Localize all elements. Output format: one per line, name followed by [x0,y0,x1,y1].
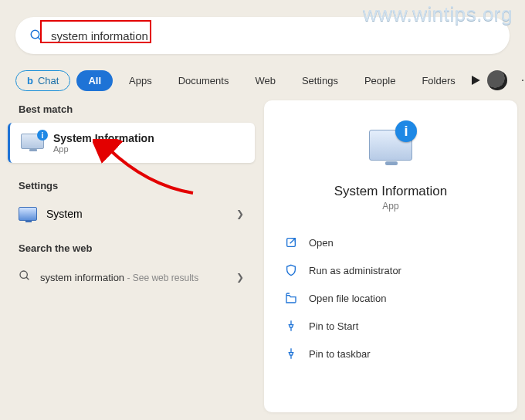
search-icon [29,29,43,42]
chevron-right-icon: ❯ [236,208,244,219]
folder-icon [284,291,298,305]
action-location-label: Open file location [309,293,386,304]
preview-subtitle: App [382,201,398,212]
action-pin-taskbar-label: Pin to taskbar [309,348,371,360]
best-match-header: Best match [8,100,255,123]
best-match-subtitle: App [53,144,154,154]
filters-more-arrow[interactable] [472,76,481,85]
pin-icon [284,319,298,333]
filter-apps[interactable]: Apps [119,70,162,91]
preview-actions: Open Run as administrator Open file loca… [279,230,502,366]
action-pin-taskbar[interactable]: Pin to taskbar [279,341,502,366]
chevron-right-icon: ❯ [236,272,244,283]
settings-item-label: System [46,208,83,220]
action-open-label: Open [309,237,334,249]
filter-people[interactable]: People [354,70,405,91]
preview-pane: i System Information App Open Run as adm… [264,100,517,412]
filter-row: b Chat All Apps Documents Web Settings P… [15,63,516,97]
system-settings-icon [19,207,37,221]
svg-point-3 [20,271,27,278]
svg-point-0 [31,30,39,39]
filter-all[interactable]: All [76,70,113,91]
preview-title: System Information [334,184,447,199]
system-information-icon: i [21,134,44,152]
pin-icon [284,347,298,361]
action-pin-start-label: Pin to Start [309,320,358,332]
best-match-item[interactable]: i System Information App [8,123,255,163]
action-pin-start[interactable]: Pin to Start [279,313,502,338]
settings-header: Settings [8,177,255,199]
app-large-icon: i [366,122,415,171]
open-icon [284,235,298,249]
user-avatar[interactable] [487,70,507,90]
filter-chat-label: Chat [38,75,59,86]
settings-system-item[interactable]: System ❯ [8,199,255,229]
svg-line-4 [26,277,29,279]
action-run-admin[interactable]: Run as administrator [279,258,502,283]
filter-settings[interactable]: Settings [292,70,348,91]
more-options-button[interactable]: ··· [517,70,525,90]
svg-line-1 [38,37,41,40]
best-match-title: System Information [53,132,154,144]
action-open[interactable]: Open [279,230,502,255]
action-admin-label: Run as administrator [309,265,401,276]
search-icon [19,269,31,285]
action-open-location[interactable]: Open file location [279,286,502,310]
search-input[interactable] [51,17,496,54]
web-result-text: system information - See web results [40,272,198,283]
filter-web[interactable]: Web [245,70,286,91]
filter-chat[interactable]: b Chat [15,70,70,91]
bing-icon: b [27,75,33,86]
filter-documents[interactable]: Documents [168,70,239,91]
filter-folders[interactable]: Folders [412,70,465,91]
results-column: Best match i System Information App Sett… [8,100,255,412]
search-web-header: Search the web [8,239,255,262]
web-result-item[interactable]: system information - See web results ❯ [8,262,255,293]
svg-marker-2 [472,76,480,85]
search-bar[interactable] [15,17,510,54]
shield-icon [284,263,298,277]
